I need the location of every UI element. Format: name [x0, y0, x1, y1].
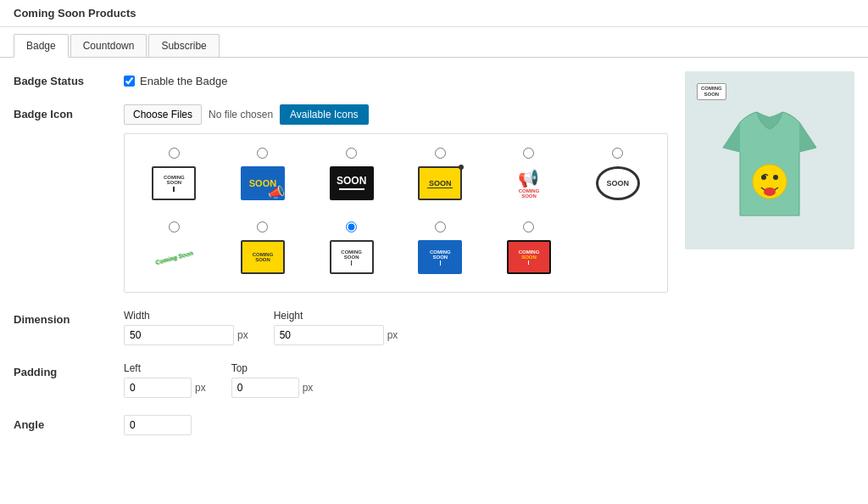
height-input[interactable]	[274, 325, 384, 345]
angle-label: Angle	[14, 415, 107, 431]
dimension-content: Width px Height px	[124, 310, 668, 345]
top-padding-input[interactable]	[231, 378, 299, 398]
icon-img-10: COMING SOON	[415, 236, 465, 278]
coming-soon-gold: COMING SOON	[241, 240, 285, 274]
icon-cell-2[interactable]: SOON 📣	[220, 141, 306, 211]
script-icon: Coming Soon	[148, 235, 200, 279]
enable-badge-checkbox[interactable]	[124, 76, 135, 87]
soon-yellow: SOON	[418, 166, 462, 200]
coming-soon-sign-1: COMING SOON	[152, 166, 196, 200]
padding-content: Left px Top px	[124, 362, 668, 398]
soon-oval: SOON	[596, 166, 640, 200]
icon-cell-3[interactable]: SOON	[309, 141, 394, 211]
enable-badge-row: Enable the Badge	[124, 71, 668, 87]
tabs-bar: Badge Countdown Subscribe	[0, 27, 868, 58]
icon-radio-4[interactable]	[435, 148, 446, 159]
badge-status-content: Enable the Badge	[124, 71, 668, 87]
product-badge-preview: COMING SOON	[697, 83, 726, 100]
badge-icon-content: Choose Files No file chosen Available Ic…	[124, 104, 668, 293]
padding-row: Padding Left px Top	[14, 362, 668, 398]
icon-img-8: COMING SOON	[237, 236, 288, 278]
icon-img-7: Coming Soon	[148, 236, 199, 278]
tab-badge[interactable]: Badge	[14, 34, 69, 58]
width-input[interactable]	[124, 325, 234, 345]
icon-cell-5[interactable]: 📢 COMING SOON	[487, 141, 572, 211]
left-px-label: px	[195, 382, 206, 394]
icon-radio-9[interactable]	[346, 221, 357, 232]
angle-content	[124, 415, 668, 435]
no-file-text: No file chosen	[209, 109, 273, 120]
icon-cell-1[interactable]: COMING SOON	[131, 141, 217, 211]
enable-badge-label: Enable the Badge	[140, 75, 227, 87]
badge-icon-label: Badge Icon	[14, 104, 107, 120]
icon-radio-6[interactable]	[612, 148, 623, 159]
tshirt-image	[715, 97, 825, 224]
icons-grid-wrapper: COMING SOON SOON	[124, 133, 668, 293]
choose-files-button[interactable]: Choose Files	[124, 104, 202, 125]
icon-cell-4[interactable]: SOON	[398, 141, 483, 211]
icon-img-6: SOON	[593, 162, 643, 204]
badge-status-row: Badge Status Enable the Badge	[14, 71, 668, 87]
tab-countdown[interactable]: Countdown	[70, 34, 147, 57]
top-padding-input-row: px	[231, 378, 314, 398]
coming-soon-red: COMING SOON	[507, 240, 551, 274]
icon-img-5: 📢 COMING SOON	[504, 162, 554, 204]
icon-radio-8[interactable]	[257, 221, 268, 232]
top-padding-group: Top px	[231, 362, 314, 398]
width-group: Width px	[124, 310, 248, 345]
page-wrapper: Coming Soon Products Badge Countdown Sub…	[0, 0, 868, 504]
icon-cell-8[interactable]: COMING SOON	[220, 215, 306, 285]
right-panel: COMING SOON	[685, 71, 854, 452]
icon-cell-10[interactable]: COMING SOON	[398, 215, 483, 285]
left-padding-input[interactable]	[124, 378, 192, 398]
icon-img-2: SOON 📣	[237, 162, 288, 204]
icons-grid: COMING SOON SOON	[131, 141, 660, 285]
available-icons-button[interactable]: Available Icons	[280, 104, 369, 125]
product-preview: COMING SOON	[685, 71, 854, 249]
icon-radio-10[interactable]	[435, 221, 446, 232]
icon-cell-9[interactable]: COMING SOON	[309, 215, 394, 285]
angle-input[interactable]	[124, 415, 192, 435]
padding-inputs: Left px Top px	[124, 362, 668, 398]
icon-radio-1[interactable]	[169, 148, 180, 159]
megaphone-icon: 📢 COMING SOON	[507, 166, 551, 200]
top-px-label: px	[303, 382, 314, 394]
page-title: Coming Soon Products	[0, 0, 868, 27]
width-input-row: px	[124, 325, 248, 345]
content-area: Badge Status Enable the Badge Badge Icon…	[0, 58, 868, 466]
height-label: Height	[274, 310, 398, 322]
file-upload-row: Choose Files No file chosen Available Ic…	[124, 104, 668, 125]
icon-radio-3[interactable]	[346, 148, 357, 159]
icon-radio-7[interactable]	[169, 221, 180, 232]
icon-cell-7[interactable]: Coming Soon	[131, 215, 217, 285]
tab-subscribe[interactable]: Subscribe	[148, 34, 219, 57]
icon-img-11: COMING SOON	[504, 236, 554, 278]
width-label: Width	[124, 310, 248, 322]
svg-point-3	[764, 188, 776, 196]
badge-icon-row: Badge Icon Choose Files No file chosen A…	[14, 104, 668, 293]
left-padding-input-row: px	[124, 378, 206, 398]
icon-radio-2[interactable]	[257, 148, 268, 159]
icon-img-4: SOON	[415, 162, 465, 204]
padding-label: Padding	[14, 362, 107, 378]
svg-point-2	[773, 175, 778, 180]
height-input-row: px	[274, 325, 398, 345]
left-panel: Badge Status Enable the Badge Badge Icon…	[14, 71, 668, 452]
icon-img-9: COMING SOON	[326, 236, 377, 278]
width-px-label: px	[237, 329, 248, 341]
height-px-label: px	[387, 329, 398, 341]
icon-radio-5[interactable]	[523, 148, 534, 159]
dimension-inputs: Width px Height px	[124, 310, 668, 345]
icon-cell-11[interactable]: COMING SOON	[487, 215, 572, 285]
icon-img-3: SOON	[326, 162, 377, 204]
coming-soon-sign-2: COMING SOON	[330, 240, 374, 274]
icon-cell-6[interactable]: SOON	[575, 141, 660, 211]
top-padding-label: Top	[231, 362, 314, 374]
dimension-label: Dimension	[14, 310, 107, 326]
icon-img-1: COMING SOON	[148, 162, 199, 204]
left-padding-label: Left	[124, 362, 206, 374]
coming-soon-blue: COMING SOON	[418, 240, 462, 274]
soon-dark: SOON	[330, 166, 374, 200]
icon-radio-11[interactable]	[523, 221, 534, 232]
height-group: Height px	[274, 310, 398, 345]
